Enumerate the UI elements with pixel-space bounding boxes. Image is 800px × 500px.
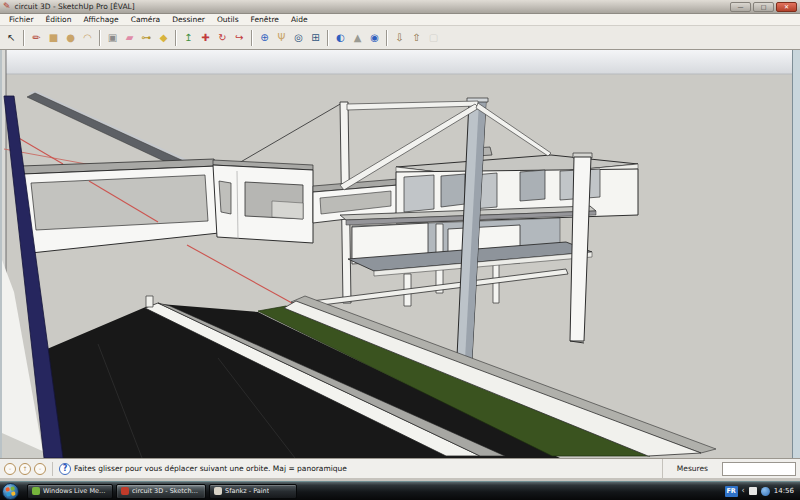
language-indicator[interactable]: FR	[725, 486, 738, 497]
taskbar-button-2[interactable]: circuit 3D - SketchUp P...	[116, 484, 206, 499]
sketchup-app-icon: ✎	[3, 2, 11, 11]
offset-tool-icon[interactable]: ↪	[231, 29, 248, 47]
measurements-input[interactable]	[722, 462, 796, 476]
taskbar-button-1[interactable]: Windows Live Messenger	[27, 484, 113, 499]
title-bar: ✎ circuit 3D - SketchUp Pro [ÉVAL] — □ ✕	[0, 0, 800, 14]
taskbar-clock: 14:56	[774, 487, 794, 495]
tray-icon-1[interactable]	[749, 487, 757, 495]
push-pull-tool-icon[interactable]: ↥	[180, 29, 197, 47]
status-bar: ◦ ↑ ◦ ? Faites glisser pour vous déplace…	[0, 458, 800, 478]
zoom-tool-icon[interactable]: ◎	[290, 29, 307, 47]
tray-icon-2[interactable]	[761, 487, 770, 496]
rectangle-tool-icon[interactable]: ■	[45, 29, 62, 47]
toolbar-separator	[23, 30, 25, 46]
taskbar-button-3[interactable]: Sfankz - Paint	[209, 484, 297, 499]
menu-item-outils[interactable]: Outils	[211, 14, 245, 26]
taskbar-button-label: Windows Live Messenger	[43, 487, 108, 495]
toolbar-separator	[327, 30, 329, 46]
get-current-view-tool-icon[interactable]: ◐	[332, 29, 349, 47]
send-to-layout-tool-icon: ▢	[425, 29, 442, 47]
select-tool-icon[interactable]: ↖	[3, 29, 20, 47]
menu-item-fichier[interactable]: Fichier	[3, 14, 40, 26]
menu-item-dessiner[interactable]: Dessiner	[166, 14, 211, 26]
window-right-border	[792, 50, 800, 458]
taskbar-button-icon	[214, 487, 222, 495]
restore-button[interactable]: □	[753, 2, 774, 12]
status-message: Faites glisser pour vous déplacer suivan…	[74, 464, 347, 473]
paint-bucket-tool-icon[interactable]: ◆	[155, 29, 172, 47]
zoom-extents-tool-icon[interactable]: ⊞	[307, 29, 324, 47]
place-model-tool-icon[interactable]: ◉	[366, 29, 383, 47]
pan-tool-icon[interactable]: Ψ	[273, 29, 290, 47]
sky	[2, 50, 792, 74]
orbit-tool-icon[interactable]: ⊕	[256, 29, 273, 47]
get-models-tool-icon[interactable]: ⇩	[391, 29, 408, 47]
taskbar-button-icon	[32, 487, 40, 495]
eraser-tool-icon[interactable]: ▰	[121, 29, 138, 47]
toolbar-separator	[386, 30, 388, 46]
make-component-tool-icon[interactable]: ▣	[104, 29, 121, 47]
minimize-button[interactable]: —	[730, 2, 751, 12]
taskbar-button-label: Sfankz - Paint	[225, 487, 269, 495]
status-orb-3[interactable]: ◦	[34, 463, 46, 475]
help-icon[interactable]: ?	[59, 463, 71, 475]
toolbar-separator	[99, 30, 101, 46]
status-orb-2[interactable]: ↑	[19, 463, 31, 475]
taskbar-button-icon	[121, 487, 129, 495]
toggle-terrain-tool-icon[interactable]: ▲	[349, 29, 366, 47]
menu-bar: FichierÉditionAffichageCaméraDessinerOut…	[0, 14, 800, 26]
track-cabin	[213, 160, 313, 243]
toolbar-separator	[175, 30, 177, 46]
share-model-tool-icon[interactable]: ⇧	[408, 29, 425, 47]
circle-tool-icon[interactable]: ●	[62, 29, 79, 47]
menu-item-aide[interactable]: Aide	[285, 14, 314, 26]
arc-tool-icon[interactable]: ◠	[79, 29, 96, 47]
menu-item-fentre[interactable]: Fenêtre	[245, 14, 285, 26]
window-title: circuit 3D - SketchUp Pro [ÉVAL]	[15, 2, 135, 11]
windows-flag-icon	[5, 486, 15, 496]
toolbar: ↖✏■●◠▣▰⊶◆↥✚↻↪⊕Ψ◎⊞◐▲◉⇩⇧▢	[0, 26, 800, 50]
menu-item-affichage[interactable]: Affichage	[77, 14, 124, 26]
system-tray: FR ‹ 14:56	[725, 486, 798, 497]
tape-measure-tool-icon[interactable]: ⊶	[138, 29, 155, 47]
rotate-tool-icon[interactable]: ↻	[214, 29, 231, 47]
move-tool-icon[interactable]: ✚	[197, 29, 214, 47]
3d-viewport[interactable]	[2, 50, 792, 458]
status-separator	[52, 462, 53, 476]
screen: ✎ circuit 3D - SketchUp Pro [ÉVAL] — □ ✕…	[0, 0, 800, 500]
line-tool-icon[interactable]: ✏	[28, 29, 45, 47]
close-button[interactable]: ✕	[776, 2, 797, 12]
taskbar: Windows Live Messengercircuit 3D - Sketc…	[0, 481, 800, 500]
toolbar-separator	[251, 30, 253, 46]
tray-expand-icon[interactable]: ‹	[742, 487, 745, 495]
status-orb-1[interactable]: ◦	[4, 463, 16, 475]
measurements-label: Mesures	[662, 459, 722, 478]
taskbar-button-label: circuit 3D - SketchUp P...	[132, 487, 201, 495]
menu-item-camra[interactable]: Caméra	[125, 14, 166, 26]
menu-item-dition[interactable]: Édition	[40, 14, 78, 26]
start-button[interactable]	[2, 483, 19, 500]
